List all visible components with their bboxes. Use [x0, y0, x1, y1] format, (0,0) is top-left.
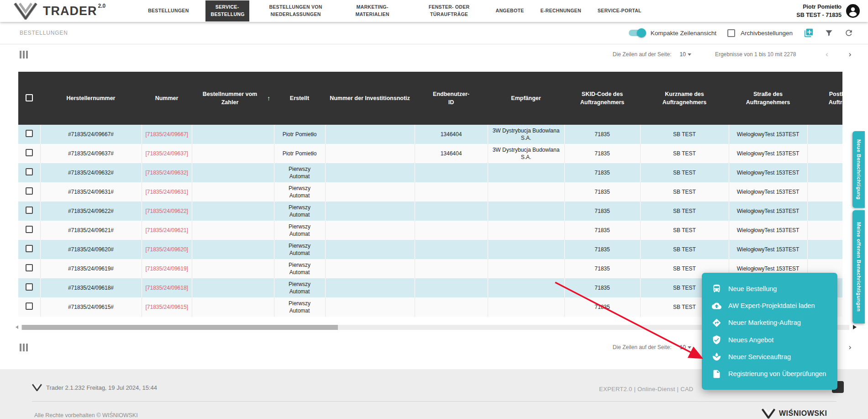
- scroll-right-arrow-icon[interactable]: [853, 325, 857, 329]
- nav-item-bestellungen-niederlassungen[interactable]: BESTELLUNGEN VON NIEDERLASSUNGEN: [266, 4, 326, 18]
- cell-nummer[interactable]: [71835/24/09620]: [142, 240, 192, 259]
- header-herstellernummer[interactable]: Herstellernummer: [40, 72, 142, 125]
- cell-herstellernummer: #71835/24/09620#: [40, 240, 142, 259]
- table-row[interactable]: #71835/24/09620#[71835/24/09620]Pierwszy…: [18, 240, 842, 259]
- cell-skid_code: 71835: [564, 221, 640, 240]
- header-investitionsnotiz[interactable]: Nummer der Investitionsnotiz: [325, 72, 415, 125]
- menu-item-neues-angebot[interactable]: Neues Angebot: [702, 335, 837, 345]
- header-endbenutzer-id[interactable]: Endbenutzer-ID: [415, 72, 488, 125]
- add-table-icon[interactable]: [804, 28, 814, 38]
- side-tab-neue-benachrichtigung[interactable]: Neue Benachrichtigung: [852, 131, 865, 208]
- toggle-switch[interactable]: [629, 28, 645, 37]
- header-empfaenger[interactable]: Empfänger: [488, 72, 564, 125]
- nav-item-service-bestellung[interactable]: SERVICE-BESTELLUNG: [205, 0, 249, 21]
- cell-bestellnummer_zahler: [192, 221, 274, 240]
- nav-item-e-rechnungen[interactable]: E-RECHNUNGEN: [540, 7, 581, 15]
- row-checkbox[interactable]: [26, 207, 33, 214]
- nav-item-angebote[interactable]: ANGEBOTE: [496, 7, 524, 15]
- cell-select: [18, 182, 40, 202]
- row-checkbox[interactable]: [26, 149, 33, 156]
- rows-per-page-select[interactable]: 10: [680, 344, 691, 350]
- rows-per-page-select[interactable]: 10: [680, 51, 691, 58]
- cell-bestellnummer_zahler: [192, 278, 274, 297]
- menu-item-aw-expert-projektdatei[interactable]: AW Expert-Projektdatei laden: [702, 301, 837, 311]
- cell-investitionsnotiz: [325, 240, 415, 259]
- cell-bestellnummer_zahler: [192, 259, 274, 278]
- user-block[interactable]: Piotr Pomietło SB TEST - 71835: [796, 0, 860, 22]
- brand: TRADER2.0: [14, 2, 105, 20]
- table-row[interactable]: #71835/24/09637#[71835/24/09637]Piotr Po…: [18, 144, 842, 163]
- chevron-left-icon[interactable]: ‹: [825, 50, 828, 59]
- table-row[interactable]: #71835/24/09667#[71835/24/09667]Piotr Po…: [18, 125, 842, 144]
- wisniowski-w-icon: [762, 408, 775, 419]
- nav-item-service-portal[interactable]: SERVICE-PORTAL: [598, 7, 642, 15]
- header-select-all[interactable]: [18, 72, 40, 125]
- nav-item-marketing-materialien[interactable]: MARKETING-MATERIALIEN: [342, 4, 403, 18]
- cell-plz: 33-3: [807, 202, 842, 221]
- cell-nummer[interactable]: [71835/24/09621]: [142, 221, 192, 240]
- cell-nummer[interactable]: [71835/24/09637]: [142, 144, 192, 163]
- select-all-checkbox[interactable]: [26, 94, 33, 101]
- menu-item-neuer-marketing-auftrag[interactable]: Neuer Marketing-Auftrag: [702, 318, 837, 328]
- header-erstellt[interactable]: Erstellt: [274, 72, 325, 125]
- row-checkbox[interactable]: [26, 130, 33, 137]
- cell-strasse: WielogłowyTest 153TEST: [729, 240, 807, 259]
- cell-nummer[interactable]: [71835/24/09618]: [142, 278, 192, 297]
- chevron-right-icon[interactable]: ›: [848, 50, 852, 59]
- scroll-left-arrow-icon[interactable]: [16, 325, 18, 329]
- filter-icon[interactable]: [825, 29, 833, 37]
- table-row[interactable]: #71835/24/09631#[71835/24/09631]Pierwszy…: [18, 182, 842, 202]
- cell-erstellt: Piotr Pomietło: [274, 125, 325, 144]
- cell-nummer[interactable]: [71835/24/09632]: [142, 163, 192, 182]
- cell-nummer[interactable]: [71835/24/09622]: [142, 202, 192, 221]
- archive-checkbox[interactable]: [727, 29, 735, 37]
- row-checkbox[interactable]: [26, 168, 33, 175]
- cell-nummer[interactable]: [71835/24/09667]: [142, 125, 192, 144]
- header-kurzname[interactable]: Kurzname des Auftragnehmers: [640, 72, 729, 125]
- menu-item-registrierung-ueberpruefungen[interactable]: Registrierung von Überprüfungen: [702, 369, 837, 379]
- row-checkbox[interactable]: [26, 226, 33, 233]
- column-chooser-icon[interactable]: [20, 51, 28, 58]
- scrollbar-thumb[interactable]: [22, 325, 338, 330]
- side-tab-meine-benachrichtigungen[interactable]: Meine offenen Benachrichtigungen: [852, 210, 865, 324]
- header-strasse[interactable]: Straße des Auftragnehmers: [729, 72, 807, 125]
- user-avatar-icon[interactable]: [846, 4, 860, 18]
- compact-view-toggle[interactable]: Kompakte Zeilenansicht: [629, 28, 716, 37]
- menu-item-neue-bestellung[interactable]: Neue Bestellung: [702, 284, 837, 293]
- compact-view-label: Kompakte Zeilenansicht: [651, 30, 716, 37]
- row-checkbox[interactable]: [26, 283, 33, 291]
- header-bestellnummer-zahler[interactable]: Bestellnummer vom Zahler↑: [192, 72, 274, 125]
- refresh-icon[interactable]: [844, 28, 853, 37]
- cell-bestellnummer_zahler: [192, 182, 274, 202]
- cell-investitionsnotiz: [325, 259, 415, 278]
- cell-skid_code: 71835: [564, 259, 640, 278]
- cell-endbenutzer_id: 1346404: [415, 125, 488, 144]
- header-postleitzahl[interactable]: Postleitzahl des Auftragnehmers: [807, 72, 842, 125]
- row-checkbox[interactable]: [26, 245, 33, 252]
- cell-endbenutzer_id: [415, 202, 488, 221]
- header-nummer[interactable]: Nummer: [142, 72, 192, 125]
- row-checkbox[interactable]: [26, 264, 33, 271]
- shield-check-icon: [712, 335, 721, 345]
- table-row[interactable]: #71835/24/09622#[71835/24/09622]Pierwszy…: [18, 202, 842, 221]
- nav-item-bestellungen[interactable]: BESTELLUNGEN: [148, 7, 189, 15]
- table-row[interactable]: #71835/24/09621#[71835/24/09621]Pierwszy…: [18, 221, 842, 240]
- chevron-right-icon[interactable]: ›: [848, 343, 852, 352]
- cell-erstellt: Pierwszy Automat: [274, 278, 325, 297]
- archive-orders-control[interactable]: Archivbestellungen: [727, 29, 793, 37]
- menu-item-neuer-serviceauftrag[interactable]: Neuer Serviceauftrag: [702, 352, 837, 361]
- table-row[interactable]: #71835/24/09632#[71835/24/09632]Pierwszy…: [18, 163, 842, 182]
- column-chooser-icon[interactable]: [20, 344, 28, 351]
- cell-erstellt: Pierwszy Automat: [274, 202, 325, 221]
- nav-item-fenster-tuerauftraege[interactable]: FENSTER- ODER TÜRAUFTRÄGE: [419, 4, 479, 18]
- footer-services-links[interactable]: EXPERT2.0 | Online-Dienst | CAD: [599, 386, 694, 392]
- header-skid-code[interactable]: SKID-Code des Auftragnehmers: [564, 72, 640, 125]
- row-checkbox[interactable]: [26, 187, 33, 195]
- cell-select: [18, 259, 40, 278]
- cell-kurzname: SB TEST: [640, 125, 729, 144]
- cell-nummer[interactable]: [71835/24/09631]: [142, 182, 192, 202]
- cell-nummer[interactable]: [71835/24/09615]: [142, 297, 192, 317]
- cell-herstellernummer: #71835/24/09622#: [40, 202, 142, 221]
- cell-nummer[interactable]: [71835/24/09619]: [142, 259, 192, 278]
- row-checkbox[interactable]: [26, 302, 33, 310]
